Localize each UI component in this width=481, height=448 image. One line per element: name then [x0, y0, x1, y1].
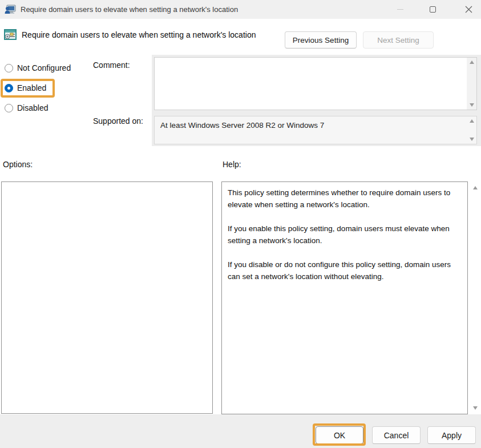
policy-setting-dialog: Require domain users to elevate when set…: [0, 0, 481, 448]
scroll-down-icon[interactable]: [470, 103, 474, 107]
maximize-icon: [430, 6, 436, 13]
policy-setting-icon: [4, 29, 17, 41]
minimize-icon: [397, 9, 403, 10]
scroll-down-icon[interactable]: [470, 138, 474, 141]
ok-button[interactable]: OK: [316, 426, 363, 444]
maximize-button[interactable]: [419, 0, 446, 19]
radio-disabled[interactable]: Disabled: [5, 103, 48, 112]
help-paragraph: This policy setting determines whether t…: [228, 187, 462, 211]
supported-on-label: Supported on:: [93, 116, 143, 126]
apply-button[interactable]: Apply: [427, 426, 476, 444]
cancel-button[interactable]: Cancel: [372, 426, 421, 444]
radio-not-configured[interactable]: Not Configured: [5, 63, 71, 72]
close-button[interactable]: [455, 0, 481, 19]
help-panel: This policy setting determines whether t…: [221, 181, 468, 414]
options-label: Options:: [3, 160, 33, 169]
radio-label: Enabled: [17, 83, 46, 92]
group-policy-icon: [5, 5, 16, 15]
radio-circle-icon: [5, 104, 13, 112]
radio-label: Disabled: [17, 103, 48, 112]
supported-on-field: At least Windows Server 2008 R2 or Windo…: [154, 116, 477, 144]
radio-circle-icon: [5, 84, 13, 92]
help-scrollbar[interactable]: [470, 183, 480, 413]
scroll-up-icon[interactable]: [470, 60, 474, 64]
scroll-up-icon[interactable]: [473, 186, 478, 189]
radio-label: Not Configured: [17, 63, 71, 72]
scroll-down-icon[interactable]: [473, 406, 478, 410]
next-setting-button[interactable]: Next Setting: [363, 31, 434, 49]
minimize-button[interactable]: [387, 0, 413, 19]
comment-field-frame: [154, 57, 477, 110]
window-title: Require domain users to elevate when set…: [21, 5, 238, 14]
radio-enabled[interactable]: Enabled: [5, 83, 46, 92]
close-icon: [465, 6, 472, 13]
previous-setting-button[interactable]: Previous Setting: [285, 31, 357, 49]
comment-input[interactable]: [155, 58, 466, 110]
policy-name: Require domain users to elevate when set…: [22, 30, 256, 39]
comment-label: Comment:: [93, 60, 130, 70]
help-paragraph: If you enable this policy setting, domai…: [228, 223, 462, 247]
supported-scrollbar[interactable]: [467, 116, 476, 144]
options-panel: [1, 181, 213, 414]
supported-on-value: At least Windows Server 2008 R2 or Windo…: [160, 121, 324, 130]
help-paragraph: If you disable or do not configure this …: [228, 259, 462, 282]
help-label: Help:: [223, 160, 241, 169]
scroll-up-icon[interactable]: [470, 119, 474, 123]
radio-circle-icon: [5, 64, 13, 72]
titlebar: Require domain users to elevate when set…: [0, 0, 481, 19]
comment-scrollbar[interactable]: [467, 58, 476, 110]
